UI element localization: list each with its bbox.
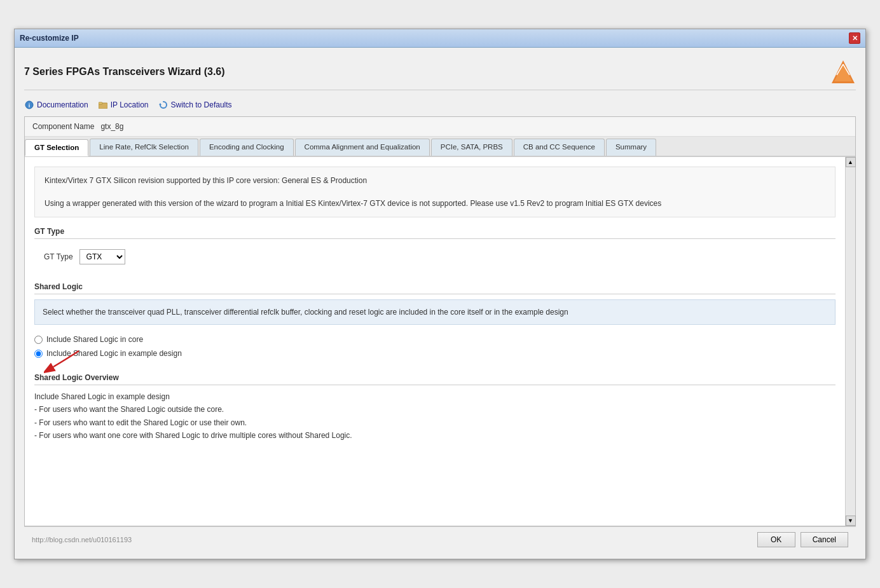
shared-logic-header: Shared Logic <box>34 282 835 294</box>
overview-line2: - For users who want the Shared Logic ou… <box>34 403 835 416</box>
info-box: Kintex/Virtex 7 GTX Silicon revision sup… <box>34 167 835 217</box>
svg-rect-7 <box>99 102 102 104</box>
toolbar: i Documentation IP Location <box>24 97 856 116</box>
footer-url: http://blog.csdn.net/u010161193 <box>32 536 132 544</box>
info-icon: i <box>24 100 34 110</box>
app-title: 7 Series FPGAs Transceivers Wizard (3.6) <box>24 66 225 78</box>
scrollbar: ▲ ▼ <box>845 157 855 526</box>
shared-logic-description: Select whether the transceiver quad PLL,… <box>34 299 835 325</box>
svg-marker-8 <box>159 103 162 105</box>
overview-line4: - For users who want one core with Share… <box>34 429 835 442</box>
folder-icon <box>98 100 108 110</box>
close-button[interactable]: ✕ <box>849 32 860 44</box>
documentation-button[interactable]: i Documentation <box>24 100 88 110</box>
radio-include-in-core[interactable] <box>34 336 43 344</box>
overview-line3: - For users who want to edit the Shared … <box>34 416 835 429</box>
tab-summary[interactable]: Summary <box>606 139 656 156</box>
component-name-value: gtx_8g <box>100 122 123 131</box>
radio-include-in-example-row: Include Shared Logic in example design <box>34 346 835 360</box>
info-line1: Kintex/Virtex 7 GTX Silicon revision sup… <box>45 175 825 186</box>
xilinx-logo-icon <box>830 59 856 85</box>
refresh-icon <box>158 100 168 110</box>
tab-pcie-sata[interactable]: PCIe, SATA, PRBS <box>431 139 512 156</box>
tab-gt-selection[interactable]: GT Selection <box>25 139 88 156</box>
gt-type-select[interactable]: GTX GTH GTP <box>79 249 125 264</box>
content-area: 7 Series FPGAs Transceivers Wizard (3.6)… <box>15 48 865 559</box>
component-name-row: Component Name gtx_8g <box>25 117 855 137</box>
ip-location-button[interactable]: IP Location <box>98 100 149 110</box>
overview-line1: Include Shared Logic in example design <box>34 390 835 403</box>
svg-text:i: i <box>29 102 31 109</box>
window-title: Re-customize IP <box>20 34 79 43</box>
tab-encoding-clocking[interactable]: Encoding and Clocking <box>200 139 294 156</box>
tab-cb-cc[interactable]: CB and CC Sequence <box>514 139 605 156</box>
radio-include-in-example[interactable] <box>34 350 43 358</box>
shared-logic-section: Shared Logic Select whether the transcei… <box>34 282 835 360</box>
cancel-button[interactable]: Cancel <box>801 532 848 547</box>
main-panel: Component Name gtx_8g GT Selection Line … <box>24 116 856 526</box>
info-line2: Using a wrapper generated with this vers… <box>45 198 825 209</box>
gt-type-section: GT Type GT Type GTX GTH GTP <box>34 227 835 270</box>
gt-type-row: GT Type GTX GTH GTP <box>34 244 835 270</box>
component-name-label: Component Name <box>32 122 94 131</box>
scrollbar-track[interactable] <box>846 167 855 516</box>
documentation-label: Documentation <box>37 100 88 109</box>
gt-type-header: GT Type <box>34 227 835 239</box>
tabs-row: GT Selection Line Rate, RefClk Selection… <box>25 137 855 157</box>
scrollbar-container: Kintex/Virtex 7 GTX Silicon revision sup… <box>25 157 855 526</box>
gt-type-label: GT Type <box>44 252 73 261</box>
overview-text: Include Shared Logic in example design -… <box>34 390 835 442</box>
app-header: 7 Series FPGAs Transceivers Wizard (3.6) <box>24 54 856 90</box>
tab-line-rate[interactable]: Line Rate, RefClk Selection <box>90 139 198 156</box>
svg-marker-1 <box>834 64 852 81</box>
shared-logic-overview-section: Shared Logic Overview Include Shared Log… <box>34 373 835 442</box>
switch-to-defaults-button[interactable]: Switch to Defaults <box>158 100 232 110</box>
radio-include-in-core-label: Include Shared Logic in core <box>46 335 143 344</box>
tab-content: Kintex/Virtex 7 GTX Silicon revision sup… <box>25 157 845 526</box>
main-window: Re-customize IP ✕ 7 Series FPGAs Transce… <box>14 29 866 559</box>
arrow-annotation <box>44 348 82 375</box>
shared-logic-overview-header: Shared Logic Overview <box>34 373 835 385</box>
footer-bar: http://blog.csdn.net/u010161193 OK Cance… <box>24 526 856 552</box>
scrollbar-down-button[interactable]: ▼ <box>846 516 856 526</box>
ok-button[interactable]: OK <box>757 532 795 547</box>
title-bar: Re-customize IP ✕ <box>15 29 865 48</box>
ip-location-label: IP Location <box>111 100 149 109</box>
scrollbar-up-button[interactable]: ▲ <box>846 157 856 167</box>
radio-include-in-core-row: Include Shared Logic in core <box>34 332 835 346</box>
tab-comma-alignment[interactable]: Comma Alignment and Equalization <box>295 139 430 156</box>
switch-to-defaults-label: Switch to Defaults <box>171 100 232 109</box>
